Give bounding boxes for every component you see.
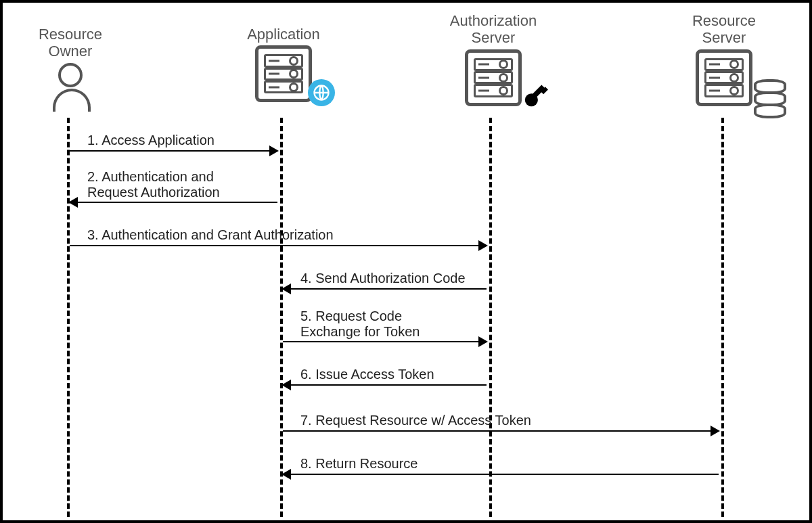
message-arrow bbox=[283, 430, 719, 432]
database-icon bbox=[754, 79, 784, 109]
actor-resource-server: ResourceServer bbox=[677, 12, 771, 106]
message-label: 3. Authentication and Grant Authorizatio… bbox=[87, 227, 334, 243]
actor-application: Application bbox=[236, 26, 331, 102]
message-arrow bbox=[70, 202, 277, 203]
server-icon bbox=[465, 49, 522, 106]
globe-icon bbox=[308, 79, 335, 106]
server-icon bbox=[255, 45, 312, 102]
message-arrow bbox=[70, 150, 277, 152]
arrow-head-icon bbox=[68, 197, 78, 208]
actor-resource-owner: ResourceOwner bbox=[30, 26, 111, 112]
key-icon bbox=[521, 81, 552, 112]
arrow-head-icon bbox=[710, 426, 720, 436]
arrow-head-icon bbox=[478, 240, 488, 251]
message-label: 1. Access Application bbox=[87, 133, 215, 148]
lifeline-resource-server bbox=[721, 118, 724, 517]
message-label: 5. Request CodeExchange for Token bbox=[300, 309, 420, 340]
lifeline-auth-server bbox=[489, 118, 492, 517]
arrow-head-icon bbox=[269, 145, 279, 156]
message-label: 4. Send Authorization Code bbox=[300, 271, 466, 286]
message-label: 6. Issue Access Token bbox=[300, 367, 434, 382]
actor-title: ResourceOwner bbox=[30, 26, 111, 60]
lifeline-owner bbox=[67, 118, 70, 517]
message-arrow bbox=[283, 474, 719, 475]
arrow-head-icon bbox=[478, 336, 488, 347]
actor-title: AuthorizationServer bbox=[443, 12, 544, 47]
message-label: 2. Authentication andRequest Authorizati… bbox=[87, 169, 220, 200]
arrow-head-icon bbox=[281, 380, 291, 390]
sequence-diagram: ResourceOwner Application AuthorizationS… bbox=[0, 0, 812, 523]
message-arrow bbox=[283, 384, 487, 386]
message-arrow bbox=[70, 245, 487, 246]
message-label: 8. Return Resource bbox=[300, 456, 418, 472]
actor-title: Application bbox=[236, 26, 331, 43]
arrow-head-icon bbox=[281, 469, 291, 480]
message-arrow bbox=[283, 341, 487, 342]
arrow-head-icon bbox=[281, 283, 291, 294]
server-icon bbox=[696, 49, 752, 106]
person-icon bbox=[53, 63, 88, 112]
actor-authorization-server: AuthorizationServer bbox=[443, 12, 544, 106]
actor-title: ResourceServer bbox=[677, 12, 771, 47]
lifeline-application bbox=[280, 118, 283, 517]
message-arrow bbox=[283, 288, 487, 290]
message-label: 7. Request Resource w/ Access Token bbox=[300, 413, 531, 428]
